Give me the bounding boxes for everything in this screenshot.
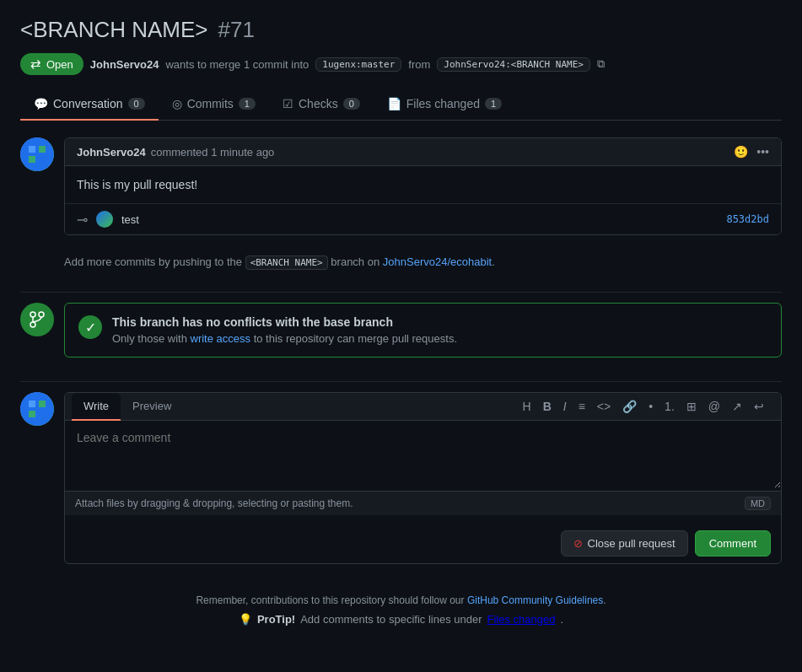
commit-avatar bbox=[96, 211, 113, 228]
toolbar-heading[interactable]: H bbox=[519, 398, 535, 415]
toolbar-code[interactable]: <> bbox=[594, 398, 614, 415]
divider2 bbox=[20, 381, 782, 382]
comment-body: This is my pull request! bbox=[65, 166, 781, 203]
open-badge: ⇄ Open bbox=[20, 53, 83, 75]
pr-author: JohnServo24 bbox=[90, 58, 159, 71]
pr-tabs: 💬 Conversation 0 ◎ Commits 1 ☑ Checks 0 … bbox=[20, 89, 782, 121]
toolbar-checklist[interactable]: ⊞ bbox=[683, 398, 700, 415]
checks-count: 0 bbox=[343, 98, 360, 110]
more-options-icon[interactable]: ••• bbox=[756, 145, 769, 159]
toolbar-reference[interactable]: ↗ bbox=[729, 398, 745, 415]
close-pr-label: Close pull request bbox=[588, 537, 676, 550]
comment-time: commented 1 minute ago bbox=[151, 146, 275, 159]
editor-tabs: Write Preview H B I ≡ <> 🔗 • 1. ⊞ @ bbox=[65, 393, 781, 421]
tab-files-changed-label: Files changed bbox=[406, 97, 480, 110]
svg-rect-4 bbox=[39, 156, 46, 163]
community-guidelines-link[interactable]: GitHub Community Guidelines bbox=[467, 594, 603, 606]
toolbar-mention[interactable]: @ bbox=[705, 398, 724, 415]
svg-rect-2 bbox=[39, 146, 46, 153]
no-conflict-box: ✓ This branch has no conflicts with the … bbox=[64, 303, 782, 358]
svg-point-5 bbox=[30, 312, 35, 317]
comment-editor-item: Write Preview H B I ≡ <> 🔗 • 1. ⊞ @ bbox=[20, 392, 782, 564]
tab-commits[interactable]: ◎ Commits 1 bbox=[159, 89, 269, 121]
page-container: <BRANCH NAME> #71 ⇄ Open JohnServo24 wan… bbox=[0, 0, 802, 642]
tab-checks[interactable]: ☑ Checks 0 bbox=[269, 89, 374, 121]
conversation-count: 0 bbox=[128, 98, 145, 110]
tab-conversation-label: Conversation bbox=[53, 97, 123, 110]
svg-rect-12 bbox=[29, 411, 35, 417]
svg-point-0 bbox=[20, 137, 54, 171]
commit-hash[interactable]: 853d2bd bbox=[726, 213, 769, 225]
protip-end: . bbox=[560, 613, 563, 626]
toolbar-ordered-list[interactable]: 1. bbox=[661, 398, 678, 415]
toolbar-italic[interactable]: I bbox=[560, 398, 570, 415]
merge-node-icon bbox=[20, 303, 54, 336]
current-user-avatar bbox=[20, 392, 54, 426]
pr-number: #71 bbox=[218, 17, 255, 43]
toolbar-bold[interactable]: B bbox=[540, 398, 555, 415]
info-text: Add more commits by pushing to the <BRAN… bbox=[64, 255, 782, 268]
pro-tip: 💡 ProTip! Add comments to specific lines… bbox=[20, 613, 782, 626]
tab-checks-label: Checks bbox=[299, 97, 338, 110]
svg-rect-3 bbox=[29, 156, 35, 163]
tab-files-changed[interactable]: 📄 Files changed 1 bbox=[374, 89, 515, 121]
info-branch-suffix: branch on bbox=[331, 255, 379, 268]
commits-icon: ◎ bbox=[172, 97, 182, 110]
editor-footer: Attach files by dragging & dropping, sel… bbox=[65, 491, 781, 515]
community-text: Remember, contributions to this reposito… bbox=[196, 594, 464, 606]
markdown-badge: MD bbox=[745, 497, 771, 510]
pr-title-row: <BRANCH NAME> #71 bbox=[20, 17, 782, 43]
comment-textarea[interactable] bbox=[65, 421, 781, 488]
no-conflict-item: ✓ This branch has no conflicts with the … bbox=[20, 303, 782, 358]
svg-point-7 bbox=[30, 322, 35, 327]
commit-node-icon: ⊸ bbox=[77, 212, 88, 228]
toolbar-quote[interactable]: ≡ bbox=[575, 398, 589, 415]
check-circle-icon: ✓ bbox=[78, 315, 102, 339]
commit-row: ⊸ test 853d2bd bbox=[65, 203, 781, 234]
write-access-link[interactable]: write access bbox=[191, 332, 251, 345]
tab-preview[interactable]: Preview bbox=[121, 393, 183, 421]
copy-icon[interactable]: ⧉ bbox=[597, 57, 605, 71]
from-text: from bbox=[408, 58, 430, 71]
svg-point-9 bbox=[20, 392, 54, 426]
comment-box: JohnServo24 commented 1 minute ago 🙂 •••… bbox=[64, 137, 782, 235]
source-branch[interactable]: JohnServo24:<BRANCH NAME> bbox=[437, 57, 590, 72]
target-branch[interactable]: 1ugenx:master bbox=[315, 57, 401, 72]
svg-rect-11 bbox=[39, 401, 46, 407]
attach-text: Attach files by dragging & dropping, sel… bbox=[75, 497, 353, 509]
emoji-reaction-icon[interactable]: 🙂 bbox=[734, 145, 748, 159]
no-conflict-subtitle: Only those with write access to this rep… bbox=[112, 332, 457, 345]
pr-meta-text: wants to merge 1 commit into bbox=[165, 58, 309, 71]
comment-header-left: JohnServo24 commented 1 minute ago bbox=[77, 146, 274, 159]
conversation-icon: 💬 bbox=[34, 97, 48, 110]
commits-count: 1 bbox=[239, 98, 256, 110]
protip-text: Add comments to specific lines under bbox=[300, 613, 482, 626]
action-row: ⊘ Close pull request Comment bbox=[65, 524, 781, 563]
pr-title: <BRANCH NAME> bbox=[20, 17, 208, 43]
svg-rect-1 bbox=[29, 146, 35, 153]
tab-write[interactable]: Write bbox=[72, 393, 121, 421]
close-pr-icon: ⊘ bbox=[573, 537, 583, 550]
comment-header-right: 🙂 ••• bbox=[734, 145, 769, 159]
tab-conversation[interactable]: 💬 Conversation 0 bbox=[20, 89, 159, 121]
comment-author: JohnServo24 bbox=[77, 146, 146, 159]
close-pr-button[interactable]: ⊘ Close pull request bbox=[561, 530, 688, 556]
commenter-avatar bbox=[20, 137, 54, 171]
svg-rect-10 bbox=[29, 401, 35, 407]
toolbar-undo[interactable]: ↩ bbox=[751, 398, 767, 415]
open-badge-label: Open bbox=[46, 58, 73, 71]
commit-label: test bbox=[121, 213, 139, 226]
no-conflict-title: This branch has no conflicts with the ba… bbox=[112, 315, 457, 329]
no-conflict-text: This branch has no conflicts with the ba… bbox=[112, 315, 457, 345]
timeline: JohnServo24 commented 1 minute ago 🙂 •••… bbox=[20, 137, 782, 578]
checks-icon: ☑ bbox=[283, 97, 293, 110]
pr-meta: ⇄ Open JohnServo24 wants to merge 1 comm… bbox=[20, 53, 782, 75]
lightbulb-icon: 💡 bbox=[239, 613, 252, 626]
files-icon: 📄 bbox=[387, 97, 401, 110]
comment-button[interactable]: Comment bbox=[695, 530, 771, 556]
files-changed-link[interactable]: Files changed bbox=[487, 613, 556, 626]
comment-editor: Write Preview H B I ≡ <> 🔗 • 1. ⊞ @ bbox=[64, 392, 782, 564]
repo-link[interactable]: JohnServo24/ecohabit bbox=[383, 255, 492, 268]
toolbar-link[interactable]: 🔗 bbox=[619, 398, 640, 415]
toolbar-unordered-list[interactable]: • bbox=[645, 398, 656, 415]
